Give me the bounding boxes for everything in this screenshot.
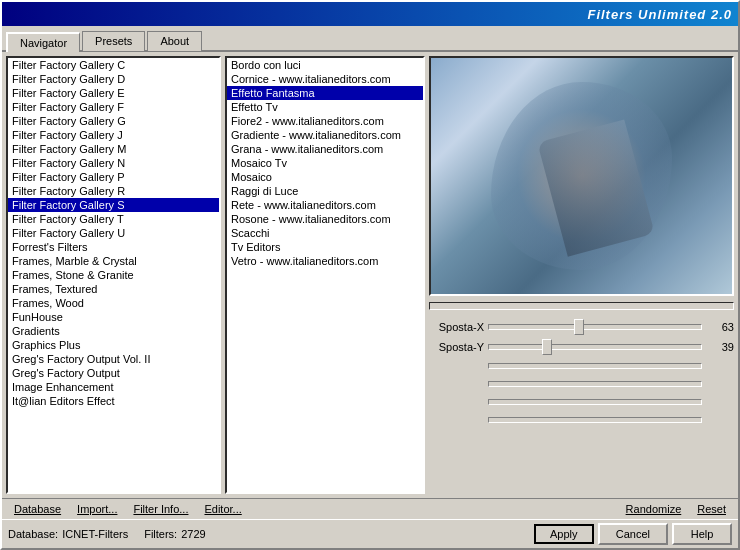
left-list-item[interactable]: Filter Factory Gallery F bbox=[8, 100, 219, 114]
slider-row-5 bbox=[429, 412, 734, 428]
left-list-item[interactable]: Filter Factory Gallery S bbox=[8, 198, 219, 212]
slider-track-1[interactable] bbox=[488, 344, 702, 350]
middle-list-item[interactable]: Tv Editors bbox=[227, 240, 423, 254]
left-list-item[interactable]: Filter Factory Gallery C bbox=[8, 58, 219, 72]
slider-row-3 bbox=[429, 376, 734, 392]
left-list-item[interactable]: FunHouse bbox=[8, 310, 219, 324]
middle-list-item[interactable]: Cornice - www.italianeditors.com bbox=[227, 72, 423, 86]
slider-thumb-0[interactable] bbox=[574, 319, 584, 335]
middle-list-scroll[interactable]: Bordo con luciCornice - www.italianedito… bbox=[227, 58, 423, 492]
reset-button[interactable]: Reset bbox=[689, 501, 734, 517]
filter-info-button[interactable]: Filter Info... bbox=[125, 501, 196, 517]
middle-list-item[interactable]: Rete - www.italianeditors.com bbox=[227, 198, 423, 212]
middle-list-item[interactable]: Raggi di Luce bbox=[227, 184, 423, 198]
slider-empty-2 bbox=[488, 363, 702, 369]
slider-value-0: 63 bbox=[706, 321, 734, 333]
slider-label-1: Sposta-Y bbox=[429, 341, 484, 353]
slider-thumb-1[interactable] bbox=[542, 339, 552, 355]
slider-value-1: 39 bbox=[706, 341, 734, 353]
title-bar: Filters Unlimited 2.0 bbox=[2, 2, 738, 26]
database-button[interactable]: Database bbox=[6, 501, 69, 517]
left-list-item[interactable]: Filter Factory Gallery M bbox=[8, 142, 219, 156]
left-list-item[interactable]: Frames, Marble & Crystal bbox=[8, 254, 219, 268]
slider-empty-5 bbox=[488, 417, 702, 423]
left-list-item[interactable]: Image Enhancement bbox=[8, 380, 219, 394]
apply-button[interactable]: Apply bbox=[534, 524, 594, 544]
slider-empty-3 bbox=[488, 381, 702, 387]
slider-label-0: Sposta-X bbox=[429, 321, 484, 333]
left-list-item[interactable]: Filter Factory Gallery E bbox=[8, 86, 219, 100]
middle-list-item[interactable]: Mosaico Tv bbox=[227, 156, 423, 170]
sliders-area: Sposta-X63Sposta-Y39 bbox=[429, 316, 734, 430]
left-list-item[interactable]: Filter Factory Gallery D bbox=[8, 72, 219, 86]
left-list-item[interactable]: Graphics Plus bbox=[8, 338, 219, 352]
left-list-item[interactable]: Gradients bbox=[8, 324, 219, 338]
left-list-item[interactable]: Filter Factory Gallery J bbox=[8, 128, 219, 142]
slider-row-2 bbox=[429, 358, 734, 374]
left-list-item[interactable]: Greg's Factory Output bbox=[8, 366, 219, 380]
middle-list-item[interactable]: Effetto Tv bbox=[227, 100, 423, 114]
middle-list-item[interactable]: Bordo con luci bbox=[227, 58, 423, 72]
left-list-item[interactable]: Filter Factory Gallery P bbox=[8, 170, 219, 184]
cancel-button[interactable]: Cancel bbox=[598, 523, 668, 545]
left-list-item[interactable]: Filter Factory Gallery U bbox=[8, 226, 219, 240]
preview-image bbox=[431, 58, 732, 294]
slider-row-1: Sposta-Y39 bbox=[429, 338, 734, 356]
slider-row-4 bbox=[429, 394, 734, 410]
middle-list-item[interactable]: Effetto Fantasma bbox=[227, 86, 423, 100]
slider-track-0[interactable] bbox=[488, 324, 702, 330]
preview-scrollbar[interactable] bbox=[429, 302, 734, 310]
right-panel: Effetto Fantasma Sposta-X63Sposta-Y39 bbox=[429, 56, 734, 494]
help-button[interactable]: Help bbox=[672, 523, 732, 545]
status-filters: Filters: 2729 bbox=[144, 528, 205, 540]
editor-button[interactable]: Editor... bbox=[196, 501, 249, 517]
middle-list-item[interactable]: Fiore2 - www.italianeditors.com bbox=[227, 114, 423, 128]
left-list-item[interactable]: Frames, Stone & Granite bbox=[8, 268, 219, 282]
title-text: Filters Unlimited 2.0 bbox=[587, 7, 732, 22]
left-list-item[interactable]: Frames, Wood bbox=[8, 296, 219, 310]
left-filter-list: Filter Factory Gallery CFilter Factory G… bbox=[6, 56, 221, 494]
middle-list-item[interactable]: Mosaico bbox=[227, 170, 423, 184]
left-list-item[interactable]: It@lian Editors Effect bbox=[8, 394, 219, 408]
import-button[interactable]: Import... bbox=[69, 501, 125, 517]
middle-list-item[interactable]: Grana - www.italianeditors.com bbox=[227, 142, 423, 156]
slider-row-0: Sposta-X63 bbox=[429, 318, 734, 336]
tab-navigator[interactable]: Navigator bbox=[6, 32, 80, 52]
tab-presets[interactable]: Presets bbox=[82, 31, 145, 51]
middle-list-item[interactable]: Vetro - www.italianeditors.com bbox=[227, 254, 423, 268]
preview-box: Effetto Fantasma bbox=[429, 56, 734, 296]
tab-about[interactable]: About bbox=[147, 31, 202, 51]
left-list-scroll[interactable]: Filter Factory Gallery CFilter Factory G… bbox=[8, 58, 219, 492]
left-list-item[interactable]: Filter Factory Gallery N bbox=[8, 156, 219, 170]
middle-list-item[interactable]: Gradiente - www.italianeditors.com bbox=[227, 128, 423, 142]
main-window: Filters Unlimited 2.0 Navigator Presets … bbox=[0, 0, 740, 550]
left-list-item[interactable]: Frames, Textured bbox=[8, 282, 219, 296]
left-list-item[interactable]: Filter Factory Gallery T bbox=[8, 212, 219, 226]
status-database: Database: ICNET-Filters bbox=[8, 528, 128, 540]
left-list-item[interactable]: Greg's Factory Output Vol. II bbox=[8, 352, 219, 366]
main-content: Filter Factory Gallery CFilter Factory G… bbox=[2, 52, 738, 498]
middle-filter-list: Bordo con luciCornice - www.italianedito… bbox=[225, 56, 425, 494]
left-list-item[interactable]: Forrest's Filters bbox=[8, 240, 219, 254]
left-list-item[interactable]: Filter Factory Gallery G bbox=[8, 114, 219, 128]
toolbar: Database Import... Filter Info... Editor… bbox=[2, 498, 738, 519]
middle-list-item[interactable]: Scacchi bbox=[227, 226, 423, 240]
tab-bar: Navigator Presets About bbox=[2, 26, 738, 52]
slider-empty-4 bbox=[488, 399, 702, 405]
middle-list-item[interactable]: Rosone - www.italianeditors.com bbox=[227, 212, 423, 226]
left-list-item[interactable]: Filter Factory Gallery R bbox=[8, 184, 219, 198]
filter-name-label: Effetto Fantasma bbox=[431, 294, 732, 296]
randomize-button[interactable]: Randomize bbox=[618, 501, 690, 517]
